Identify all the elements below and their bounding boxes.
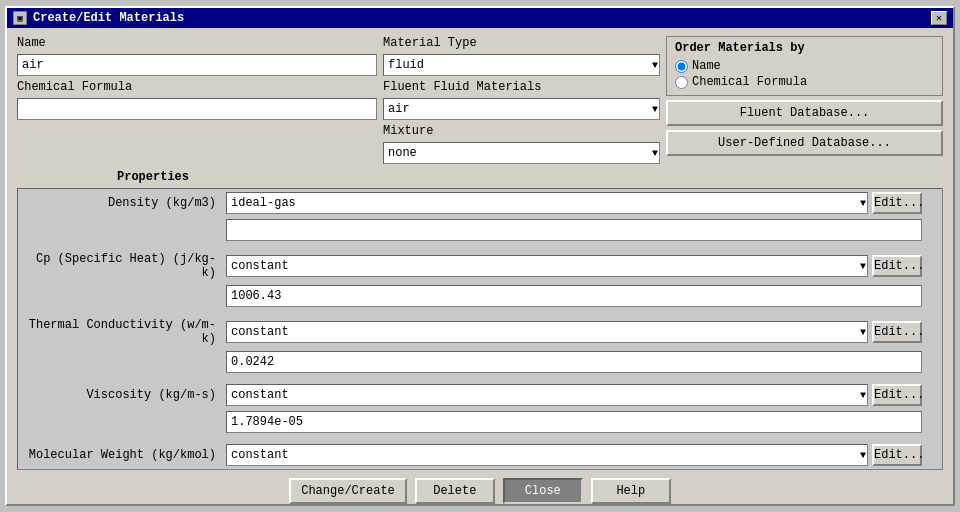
main-window: ▣ Create/Edit Materials ✕ Name Chemical … <box>5 6 955 506</box>
cp-select[interactable]: constant polynomial <box>226 255 868 277</box>
properties-section: Properties Density (kg/m3) ideal-gas con… <box>17 170 943 470</box>
density-label: Density (kg/m3) <box>22 196 222 210</box>
mixture-select-wrapper: none ▼ <box>383 142 660 164</box>
density-row: Density (kg/m3) ideal-gas constant ▼ Edi… <box>18 189 926 217</box>
material-type-select[interactable]: fluid solid <box>383 54 660 76</box>
cp-edit-button[interactable]: Edit... <box>872 255 922 277</box>
viscosity-select-wrapper: constant polynomial ▼ <box>226 384 868 406</box>
delete-button[interactable]: Delete <box>415 478 495 504</box>
molecular-weight-label: Molecular Weight (kg/kmol) <box>22 448 222 462</box>
viscosity-value-input[interactable] <box>226 411 922 433</box>
help-button[interactable]: Help <box>591 478 671 504</box>
order-name-radio[interactable] <box>675 60 688 73</box>
user-defined-database-button[interactable]: User-Defined Database... <box>666 130 943 156</box>
cp-value-input[interactable] <box>226 285 922 307</box>
viscosity-label: Viscosity (kg/m-s) <box>22 388 222 402</box>
chemical-formula-label: Chemical Formula <box>17 80 377 94</box>
density-select-wrapper: ideal-gas constant ▼ <box>226 192 868 214</box>
thermal-conductivity-value-input[interactable] <box>226 351 922 373</box>
fluent-fluid-select[interactable]: air <box>383 98 660 120</box>
thermal-conductivity-value-row <box>18 349 926 375</box>
left-column: Name Chemical Formula <box>17 36 377 164</box>
title-bar: ▣ Create/Edit Materials ✕ <box>7 8 953 28</box>
order-group: Order Materials by Name Chemical Formula <box>666 36 943 96</box>
properties-title: Properties <box>17 170 943 184</box>
window-title: Create/Edit Materials <box>33 11 184 25</box>
order-name-row: Name <box>675 59 934 73</box>
bottom-bar: Change/Create Delete Close Help <box>17 470 943 508</box>
thermal-conductivity-row: Thermal Conductivity (w/m-k) constant po… <box>18 315 926 349</box>
title-bar-left: ▣ Create/Edit Materials <box>13 11 184 25</box>
name-label: Name <box>17 36 377 50</box>
fluent-fluid-select-wrapper: air ▼ <box>383 98 660 120</box>
density-select[interactable]: ideal-gas constant <box>226 192 868 214</box>
mixture-label: Mixture <box>383 124 660 138</box>
thermal-conductivity-edit-button[interactable]: Edit... <box>872 321 922 343</box>
molecular-weight-select-wrapper: constant ▼ <box>226 444 868 466</box>
order-formula-label: Chemical Formula <box>692 75 807 89</box>
viscosity-value-row <box>18 409 926 435</box>
fluent-database-button[interactable]: Fluent Database... <box>666 100 943 126</box>
material-type-label: Material Type <box>383 36 660 50</box>
thermal-conductivity-select-wrapper: constant polynomial ▼ <box>226 321 868 343</box>
material-type-select-wrapper: fluid solid ▼ <box>383 54 660 76</box>
middle-column: Material Type fluid solid ▼ Fluent Fluid… <box>383 36 660 164</box>
name-input[interactable] <box>17 54 377 76</box>
right-column: Order Materials by Name Chemical Formula… <box>666 36 943 164</box>
viscosity-edit-button[interactable]: Edit... <box>872 384 922 406</box>
change-create-button[interactable]: Change/Create <box>289 478 407 504</box>
properties-scroll-area[interactable]: Density (kg/m3) ideal-gas constant ▼ Edi… <box>17 188 943 470</box>
properties-content: Density (kg/m3) ideal-gas constant ▼ Edi… <box>18 189 942 469</box>
order-formula-radio[interactable] <box>675 76 688 89</box>
viscosity-select[interactable]: constant polynomial <box>226 384 868 406</box>
window-body: Name Chemical Formula Material Type flui… <box>7 28 953 512</box>
chemical-formula-input[interactable] <box>17 98 377 120</box>
order-name-label: Name <box>692 59 721 73</box>
thermal-conductivity-label: Thermal Conductivity (w/m-k) <box>22 318 222 346</box>
fluent-fluid-label: Fluent Fluid Materials <box>383 80 660 94</box>
molecular-weight-edit-button[interactable]: Edit... <box>872 444 922 466</box>
density-value-row <box>18 217 926 243</box>
mixture-select[interactable]: none <box>383 142 660 164</box>
top-section: Name Chemical Formula Material Type flui… <box>17 36 943 164</box>
order-title: Order Materials by <box>675 41 934 55</box>
window-icon: ▣ <box>13 11 27 25</box>
close-window-button[interactable]: ✕ <box>931 11 947 25</box>
density-edit-button[interactable]: Edit... <box>872 192 922 214</box>
cp-value-row <box>18 283 926 309</box>
order-formula-row: Chemical Formula <box>675 75 934 89</box>
density-value-input[interactable] <box>226 219 922 241</box>
cp-select-wrapper: constant polynomial ▼ <box>226 255 868 277</box>
viscosity-row: Viscosity (kg/m-s) constant polynomial ▼… <box>18 381 926 409</box>
molecular-weight-row: Molecular Weight (kg/kmol) constant ▼ Ed… <box>18 441 926 469</box>
close-button[interactable]: Close <box>503 478 583 504</box>
molecular-weight-select[interactable]: constant <box>226 444 868 466</box>
cp-label: Cp (Specific Heat) (j/kg-k) <box>22 252 222 280</box>
cp-row: Cp (Specific Heat) (j/kg-k) constant pol… <box>18 249 926 283</box>
thermal-conductivity-select[interactable]: constant polynomial <box>226 321 868 343</box>
